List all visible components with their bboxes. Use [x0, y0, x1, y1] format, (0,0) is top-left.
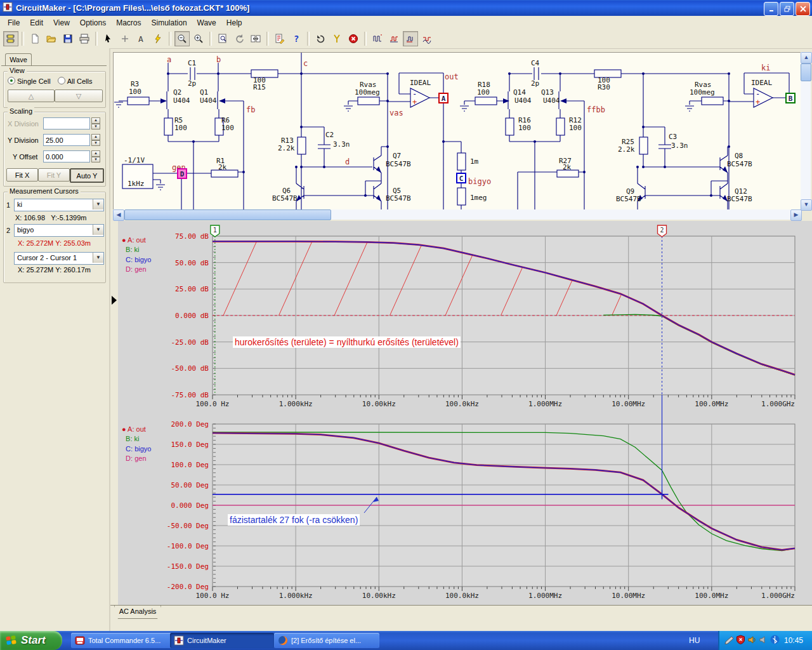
all-cells-radio[interactable]: [58, 77, 65, 84]
tab-wave[interactable]: Wave: [5, 53, 32, 66]
waveform-display-button[interactable]: [403, 31, 418, 46]
x-division-input[interactable]: [43, 117, 90, 129]
select-arrow-button[interactable]: [101, 31, 116, 46]
vscroll-thumb[interactable]: [801, 63, 811, 81]
schematic-label: c: [303, 59, 308, 68]
rotate-button[interactable]: [232, 31, 247, 46]
stop-sim-button[interactable]: [346, 31, 361, 46]
find-part-icon: [218, 34, 228, 44]
taskbar: Start Total Commander 6.5...CircuitMaker…: [0, 631, 812, 650]
split-view-button[interactable]: [248, 31, 263, 46]
find-part-button[interactable]: [215, 31, 230, 46]
bluetooth-icon[interactable]: [770, 635, 780, 646]
all-cells-label[interactable]: All Cells: [67, 77, 93, 85]
schematic-vscrollbar[interactable]: ▲ ▼: [801, 52, 811, 209]
auto-y-button[interactable]: Auto Y: [70, 168, 104, 183]
scaling-group-title: Scaling: [8, 107, 34, 115]
cursor2-signal-select[interactable]: bigyo▼: [14, 224, 104, 237]
cursor-diff-select[interactable]: Cursor 2 - Cursor 1▼: [14, 252, 104, 265]
cursor1-signal-select[interactable]: ki▼: [14, 199, 104, 211]
chevron-down-icon[interactable]: ▼: [93, 253, 103, 263]
probe-tool-button[interactable]: [329, 31, 344, 46]
open-file-button[interactable]: [44, 31, 59, 46]
schematic-label: 100: [477, 88, 490, 96]
minimize-button[interactable]: [764, 2, 778, 16]
start-button[interactable]: Start: [0, 631, 62, 650]
schematic-label: 100: [569, 124, 582, 132]
y-tick-label: 0.000 dB: [175, 312, 209, 320]
toolbar-separator: [266, 32, 269, 46]
schematic-hscrollbar[interactable]: ◀ ▶: [113, 209, 801, 220]
taskbar-task-1[interactable]: Total Commander 6.5...: [71, 633, 174, 648]
chevron-down-icon[interactable]: ▼: [93, 199, 103, 209]
wire-tool-button[interactable]: [150, 31, 166, 46]
close-button[interactable]: [796, 2, 810, 16]
reset-button[interactable]: [313, 31, 328, 46]
security-shield-icon[interactable]: [736, 635, 745, 646]
zoom-in-button[interactable]: [191, 31, 206, 46]
menu-item-help[interactable]: Help: [221, 17, 247, 29]
single-cell-label[interactable]: Single Cell: [17, 77, 51, 85]
muted-device-icon[interactable]: [759, 635, 768, 646]
windows-logo-icon: [5, 634, 18, 647]
cell-up-button[interactable]: △: [8, 90, 55, 102]
schematic-label: C1: [188, 59, 196, 67]
new-file-button[interactable]: [27, 31, 43, 46]
scroll-left-icon[interactable]: ◀: [113, 209, 124, 221]
menu-bar: FileEditViewOptionsMacrosSimulationWaveH…: [0, 16, 812, 30]
edit-sim-button[interactable]: [272, 31, 287, 46]
help-button[interactable]: ?: [289, 31, 304, 46]
taskbar-task-3[interactable]: [2] Erősítő építése el...: [274, 633, 379, 648]
y-offset-input[interactable]: [43, 150, 90, 162]
scroll-up-icon[interactable]: ▲: [801, 52, 812, 63]
fit-y-button[interactable]: Fit Y: [38, 168, 70, 182]
y-division-input[interactable]: [43, 134, 90, 146]
bode-plots[interactable]: 75.00 dB50.00 dB25.00 dB0.000 dB-25.00 d…: [110, 221, 812, 621]
text-tool-button[interactable]: A: [134, 31, 149, 46]
language-indicator[interactable]: HU: [689, 631, 700, 650]
menu-item-options[interactable]: Options: [75, 17, 111, 29]
tablet-icon[interactable]: [724, 635, 734, 646]
restore-button[interactable]: [780, 2, 794, 16]
y-offset-spinner[interactable]: ▲▼: [91, 150, 100, 162]
cursor-flag-2[interactable]: 2: [658, 225, 667, 237]
cursor2-index: 2: [6, 227, 10, 234]
zoom-out-button[interactable]: [174, 31, 190, 46]
firefox-icon: [278, 635, 288, 646]
menu-item-view[interactable]: View: [48, 17, 75, 29]
menu-item-file[interactable]: File: [3, 17, 25, 29]
parts-browser-button[interactable]: [3, 31, 18, 46]
x-tick-label: 100.0kHz: [445, 592, 479, 600]
menu-item-simulation[interactable]: Simulation: [147, 17, 192, 29]
single-cell-radio[interactable]: [8, 77, 15, 84]
menu-item-edit[interactable]: Edit: [25, 17, 48, 29]
y-tick-label: -50.00 dB: [171, 364, 209, 373]
scope-display-button[interactable]: [386, 31, 402, 46]
save-file-button[interactable]: [60, 31, 75, 46]
fit-x-button[interactable]: Fit X: [6, 168, 38, 182]
volume-icon[interactable]: [747, 635, 757, 646]
scroll-right-icon[interactable]: ▶: [790, 209, 802, 221]
place-plus-button[interactable]: [117, 31, 133, 46]
print-button[interactable]: [77, 31, 92, 46]
title-bar[interactable]: CircuitMaker - [C:\Program Files\...\els…: [0, 0, 812, 16]
taskbar-task-2[interactable]: CircuitMaker: [170, 633, 274, 648]
menu-item-wave[interactable]: Wave: [192, 17, 221, 29]
hscroll-thumb[interactable]: [124, 209, 331, 220]
cell-down-button[interactable]: ▽: [55, 90, 103, 102]
mixed-display-icon: [422, 34, 432, 44]
menu-item-macros[interactable]: Macros: [111, 17, 146, 29]
digital-display-button[interactable]: [370, 31, 385, 46]
y-division-spinner[interactable]: ▲▼: [91, 134, 100, 146]
schematic-label: BC547B: [386, 160, 411, 168]
x-division-spinner[interactable]: ▲▼: [91, 117, 100, 129]
y-tick-label: -75.00 dB: [171, 391, 209, 399]
tab-ac-analysis[interactable]: AC Analysis: [114, 606, 161, 619]
toolbar-separator: [307, 32, 310, 46]
scroll-down-icon[interactable]: ▼: [801, 199, 812, 211]
chevron-down-icon[interactable]: ▼: [93, 225, 103, 235]
mixed-display-button[interactable]: [419, 31, 435, 46]
svg-text:1: 1: [213, 227, 217, 234]
cursor-flag-1[interactable]: 1: [211, 225, 219, 237]
schematic-canvas[interactable]: abcfbgendvasoutffbbbigyokiR3100Q2U404Q1U…: [113, 52, 802, 211]
